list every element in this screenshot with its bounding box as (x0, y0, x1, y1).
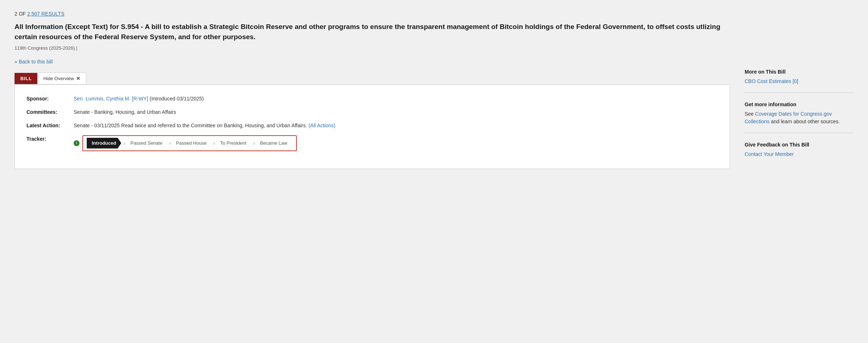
chevron-icon-3: › (213, 139, 215, 148)
cbo-cost-link[interactable]: CBO Cost Estimates [0] (745, 78, 853, 85)
sidebar-info-text: See Coverage Dates for Congress.gov Coll… (745, 110, 853, 125)
sponsor-link[interactable]: Sen. Lummis, Cynthia M. [R-WY] (74, 96, 148, 102)
tracker-step-passed-senate: Passed Senate (127, 138, 168, 149)
bill-title: All Information (Except Text) for S.954 … (15, 22, 730, 42)
contact-member-link[interactable]: Contact Your Member (745, 150, 853, 158)
sidebar-more-heading: More on This Bill (745, 69, 853, 75)
tracker-value: i Introduced › Passed Senate › Passed Ho… (74, 135, 297, 151)
close-icon: ✕ (76, 76, 80, 81)
chevron-icon-4: › (253, 139, 255, 148)
hide-overview-label: Hide Overview (43, 76, 74, 81)
tracker-row-container: Tracker: i Introduced › Passed Senate › … (26, 135, 718, 151)
sponsor-label: Sponsor: (26, 95, 74, 103)
latest-action-text: Senate - 03/11/2025 Read twice and refer… (74, 123, 307, 128)
tracker-step-introduced: Introduced (87, 138, 121, 149)
latest-action-label: Latest Action: (26, 122, 74, 129)
sponsor-row: Sponsor: Sen. Lummis, Cynthia M. [R-WY] … (26, 95, 718, 103)
main-content: 2 OF 2,507 RESULTS All Information (Exce… (15, 11, 730, 174)
tracker-info-icon[interactable]: i (74, 140, 79, 146)
sidebar: More on This Bill CBO Cost Estimates [0]… (745, 11, 853, 174)
tracker-label: Tracker: (26, 135, 74, 143)
results-count: 2 OF 2,507 RESULTS (15, 11, 730, 17)
committees-value: Senate - Banking, Housing, and Urban Aff… (74, 108, 176, 116)
latest-action-value: Senate - 03/11/2025 Read twice and refer… (74, 122, 335, 129)
bill-tab[interactable]: BILL (15, 73, 37, 84)
tracker-step-to-president: To President (217, 138, 251, 149)
committees-label: Committees: (26, 108, 74, 116)
hide-overview-tab[interactable]: Hide Overview ✕ (37, 73, 86, 84)
tracker-step-passed-house: Passed House (172, 138, 212, 149)
result-position: 2 (15, 11, 17, 17)
chevron-icon-1: › (123, 139, 125, 148)
tracker-step-became-law: Became Law (257, 138, 292, 149)
tracker-wrapper: Introduced › Passed Senate › Passed Hous… (82, 135, 297, 151)
latest-action-row: Latest Action: Senate - 03/11/2025 Read … (26, 122, 718, 129)
sidebar-more-section: More on This Bill CBO Cost Estimates [0] (745, 69, 853, 93)
all-actions-link[interactable]: (All Actions) (308, 123, 335, 128)
back-link[interactable]: « Back to this bill (15, 59, 53, 65)
sidebar-info-heading: Get more information (745, 102, 853, 107)
sidebar-feedback-heading: Give Feedback on This Bill (745, 142, 853, 148)
chevron-icon-2: › (169, 139, 171, 148)
congress-info: 119th Congress (2025-2026) | (15, 45, 730, 51)
sponsor-value: Sen. Lummis, Cynthia M. [R-WY] (Introduc… (74, 95, 204, 103)
overview-card: Sponsor: Sen. Lummis, Cynthia M. [R-WY] … (15, 84, 730, 169)
results-link[interactable]: 2,507 RESULTS (27, 11, 64, 17)
page-wrapper: 2 OF 2,507 RESULTS All Information (Exce… (0, 0, 868, 189)
sidebar-feedback-section: Give Feedback on This Bill Contact Your … (745, 142, 853, 165)
sidebar-info-section: Get more information See Coverage Dates … (745, 102, 853, 133)
sponsor-date: (Introduced 03/11/2025) (150, 96, 204, 102)
tab-bar: BILL Hide Overview ✕ (15, 73, 730, 84)
committees-row: Committees: Senate - Banking, Housing, a… (26, 108, 718, 116)
